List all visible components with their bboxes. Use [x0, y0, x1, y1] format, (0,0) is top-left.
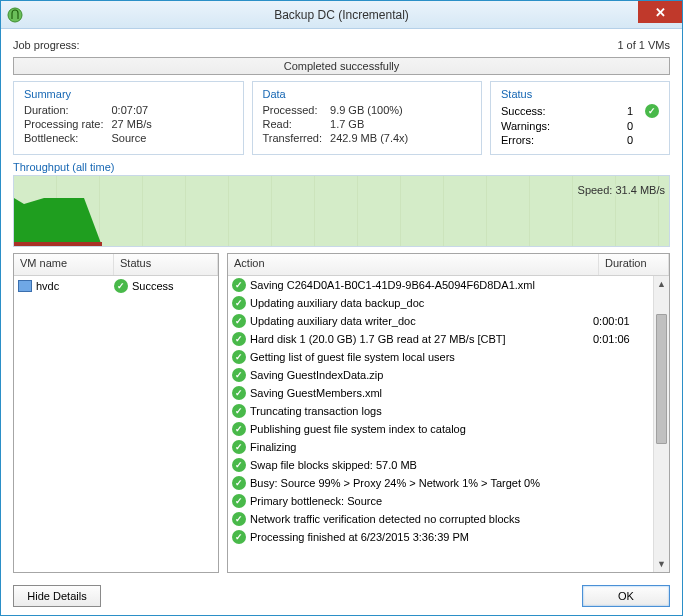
action-duration: 0:00:01	[593, 315, 649, 327]
warnings-value: 0	[558, 120, 637, 132]
success-icon	[114, 279, 128, 293]
bottleneck-label: Bottleneck:	[24, 132, 103, 144]
window-title: Backup DC (Incremental)	[1, 8, 682, 22]
vm-icon	[18, 280, 32, 292]
action-text: Publishing guest file system index to ca…	[250, 423, 589, 435]
scroll-down-icon[interactable]: ▼	[654, 556, 669, 572]
success-icon	[232, 530, 246, 544]
scroll-thumb[interactable]	[656, 314, 667, 444]
hide-details-button[interactable]: Hide Details	[13, 585, 101, 607]
action-list-body[interactable]: Saving C264D0A1-B0C1-41D9-9B64-A5094F6D8…	[228, 276, 669, 572]
success-icon	[232, 440, 246, 454]
list-item[interactable]: Finalizing	[228, 438, 653, 456]
action-list: Action Duration Saving C264D0A1-B0C1-41D…	[227, 253, 670, 573]
progress-bar: Completed successfully	[13, 57, 670, 75]
list-item[interactable]: Primary bottleneck: Source	[228, 492, 653, 510]
action-text: Primary bottleneck: Source	[250, 495, 589, 507]
data-title: Data	[263, 88, 472, 100]
list-item[interactable]: Truncating transaction logs	[228, 402, 653, 420]
action-col-header[interactable]: Action	[228, 254, 599, 275]
read-value: 1.7 GB	[330, 118, 471, 130]
action-text: Processing finished at 6/23/2015 3:36:39…	[250, 531, 589, 543]
action-text: Saving C264D0A1-B0C1-41D9-9B64-A5094F6D8…	[250, 279, 589, 291]
throughput-speed: Speed: 31.4 MB/s	[578, 184, 665, 196]
list-item[interactable]: Getting list of guest file system local …	[228, 348, 653, 366]
success-icon	[232, 476, 246, 490]
list-item[interactable]: Updating auxiliary data writer_doc0:00:0…	[228, 312, 653, 330]
list-item[interactable]: Updating auxiliary data backup_doc	[228, 294, 653, 312]
action-scrollbar[interactable]: ▲ ▼	[653, 276, 669, 572]
list-item[interactable]: Busy: Source 99% > Proxy 24% > Network 1…	[228, 474, 653, 492]
list-item[interactable]: Saving C264D0A1-B0C1-41D9-9B64-A5094F6D8…	[228, 276, 653, 294]
throughput-chart: Speed: 31.4 MB/s	[13, 175, 670, 247]
success-icon	[232, 314, 246, 328]
success-icon	[232, 422, 246, 436]
action-text: Truncating transaction logs	[250, 405, 589, 417]
table-row[interactable]: hvdcSuccess	[14, 276, 218, 296]
processed-value: 9.9 GB (100%)	[330, 104, 471, 116]
scroll-up-icon[interactable]: ▲	[654, 276, 669, 292]
vm-col-header[interactable]: VM name	[14, 254, 114, 275]
vm-name-text: hvdc	[36, 280, 59, 292]
throughput-title: Throughput (all time)	[13, 161, 670, 173]
success-icon	[645, 104, 659, 118]
processed-label: Processed:	[263, 104, 323, 116]
data-panel: Data Processed: 9.9 GB (100%) Read: 1.7 …	[252, 81, 483, 155]
transferred-label: Transferred:	[263, 132, 323, 144]
app-icon	[7, 7, 23, 23]
list-item[interactable]: Hard disk 1 (20.0 GB) 1.7 GB read at 27 …	[228, 330, 653, 348]
list-item[interactable]: Publishing guest file system index to ca…	[228, 420, 653, 438]
content-area: Job progress: 1 of 1 VMs Completed succe…	[1, 29, 682, 615]
success-icon	[232, 296, 246, 310]
success-icon	[232, 350, 246, 364]
transferred-value: 242.9 MB (7.4x)	[330, 132, 471, 144]
titlebar[interactable]: Backup DC (Incremental) ✕	[1, 1, 682, 29]
footer: Hide Details OK	[13, 579, 670, 607]
success-icon	[232, 458, 246, 472]
vm-list-body[interactable]: hvdcSuccess	[14, 276, 218, 572]
throughput-section: Throughput (all time) Speed: 31.4 MB/s	[13, 161, 670, 247]
status-panel: Status Success: 1 Warnings: 0 Errors: 0	[490, 81, 670, 155]
vm-list: VM name Status hvdcSuccess	[13, 253, 219, 573]
action-text: Hard disk 1 (20.0 GB) 1.7 GB read at 27 …	[250, 333, 589, 345]
success-icon	[232, 386, 246, 400]
progress-row: Job progress: 1 of 1 VMs	[13, 39, 670, 51]
action-text: Busy: Source 99% > Proxy 24% > Network 1…	[250, 477, 589, 489]
action-text: Updating auxiliary data writer_doc	[250, 315, 589, 327]
warnings-label: Warnings:	[501, 120, 550, 132]
list-item[interactable]: Saving GuestIndexData.zip	[228, 366, 653, 384]
success-icon	[232, 332, 246, 346]
success-value: 1	[558, 105, 637, 117]
vm-status-text: Success	[132, 280, 174, 292]
vm-list-header[interactable]: VM name Status	[14, 254, 218, 276]
errors-label: Errors:	[501, 134, 550, 146]
progress-label: Job progress:	[13, 39, 80, 51]
success-icon	[232, 494, 246, 508]
summary-title: Summary	[24, 88, 233, 100]
status-col-header[interactable]: Status	[114, 254, 218, 275]
lists-row: VM name Status hvdcSuccess Action Durati…	[13, 253, 670, 573]
info-panels: Summary Duration: 0:07:07 Processing rat…	[13, 81, 670, 155]
action-text: Getting list of guest file system local …	[250, 351, 589, 363]
success-icon	[232, 368, 246, 382]
list-item[interactable]: Network traffic verification detected no…	[228, 510, 653, 528]
action-list-header[interactable]: Action Duration	[228, 254, 669, 276]
success-icon	[232, 404, 246, 418]
close-icon: ✕	[655, 5, 666, 20]
success-label: Success:	[501, 105, 550, 117]
action-duration: 0:01:06	[593, 333, 649, 345]
duration-label: Duration:	[24, 104, 103, 116]
action-text: Swap file blocks skipped: 57.0 MB	[250, 459, 589, 471]
svg-rect-2	[14, 242, 102, 246]
action-text: Network traffic verification detected no…	[250, 513, 589, 525]
list-item[interactable]: Saving GuestMembers.xml	[228, 384, 653, 402]
ok-button[interactable]: OK	[582, 585, 670, 607]
action-text: Finalizing	[250, 441, 589, 453]
duration-col-header[interactable]: Duration	[599, 254, 669, 275]
close-button[interactable]: ✕	[638, 1, 682, 23]
list-item[interactable]: Swap file blocks skipped: 57.0 MB	[228, 456, 653, 474]
action-text: Updating auxiliary data backup_doc	[250, 297, 589, 309]
list-item[interactable]: Processing finished at 6/23/2015 3:36:39…	[228, 528, 653, 546]
action-text: Saving GuestIndexData.zip	[250, 369, 589, 381]
bottleneck-value: Source	[111, 132, 232, 144]
